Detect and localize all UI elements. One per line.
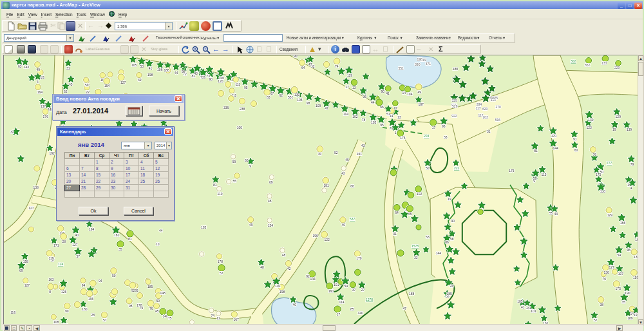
svg-text:127: 127 <box>28 206 34 210</box>
svg-text:76: 76 <box>149 307 153 310</box>
svg-text:45: 45 <box>155 309 159 313</box>
svg-text:53: 53 <box>140 64 144 68</box>
svg-text:122: 122 <box>324 238 330 241</box>
svg-text:64: 64 <box>301 66 305 70</box>
svg-text:19: 19 <box>612 128 616 131</box>
svg-text:90: 90 <box>294 55 298 58</box>
svg-text:59: 59 <box>156 299 160 303</box>
svg-text:55: 55 <box>233 179 237 183</box>
svg-text:11: 11 <box>216 316 220 320</box>
svg-text:126: 126 <box>61 290 67 294</box>
svg-text:371: 371 <box>426 62 431 66</box>
svg-text:90: 90 <box>451 219 455 223</box>
svg-text:59: 59 <box>85 83 89 87</box>
svg-text:127: 127 <box>72 243 78 247</box>
svg-text:31: 31 <box>393 232 397 236</box>
svg-text:69: 69 <box>19 269 23 272</box>
svg-text:49: 49 <box>418 90 422 94</box>
svg-text:78: 78 <box>362 118 366 122</box>
svg-text:329: 329 <box>451 99 457 102</box>
svg-text:123: 123 <box>586 126 592 129</box>
svg-text:74: 74 <box>211 314 214 317</box>
svg-text:124: 124 <box>58 262 64 266</box>
svg-text:81: 81 <box>534 149 538 153</box>
svg-text:516: 516 <box>495 118 501 122</box>
svg-text:90: 90 <box>209 77 213 81</box>
svg-text:98: 98 <box>182 70 185 73</box>
svg-text:8: 8 <box>49 290 51 294</box>
svg-text:24: 24 <box>450 284 454 288</box>
svg-text:14: 14 <box>390 114 393 118</box>
svg-text:66: 66 <box>350 184 354 188</box>
svg-text:33: 33 <box>444 135 448 139</box>
svg-text:108: 108 <box>53 320 59 324</box>
svg-text:50: 50 <box>426 166 430 170</box>
svg-text:95: 95 <box>244 86 248 90</box>
svg-text:127: 127 <box>120 80 126 84</box>
svg-text:76: 76 <box>593 153 597 156</box>
svg-text:57: 57 <box>76 254 80 258</box>
svg-text:101: 101 <box>531 309 536 313</box>
svg-text:30: 30 <box>318 152 322 156</box>
svg-text:138: 138 <box>33 185 39 189</box>
svg-text:43: 43 <box>554 212 558 216</box>
svg-text:154: 154 <box>268 223 274 227</box>
svg-text:163: 163 <box>48 278 54 281</box>
svg-text:133: 133 <box>601 61 607 65</box>
svg-text:64: 64 <box>395 211 399 214</box>
svg-text:62: 62 <box>64 90 68 93</box>
svg-text:166: 166 <box>620 221 626 225</box>
svg-text:551: 551 <box>398 66 404 70</box>
svg-text:181: 181 <box>114 233 120 237</box>
svg-text:67: 67 <box>270 91 274 95</box>
svg-text:90: 90 <box>381 90 384 93</box>
svg-text:4: 4 <box>37 80 39 84</box>
svg-text:190: 190 <box>625 291 630 295</box>
svg-text:111: 111 <box>235 82 240 86</box>
svg-text:144: 144 <box>436 251 442 255</box>
svg-text:49: 49 <box>37 68 41 71</box>
svg-text:94: 94 <box>82 283 86 287</box>
svg-text:44: 44 <box>159 229 163 232</box>
svg-text:175: 175 <box>400 136 406 140</box>
svg-text:37: 37 <box>352 288 356 292</box>
svg-text:222: 222 <box>454 166 460 170</box>
svg-text:105: 105 <box>517 299 523 303</box>
svg-text:33: 33 <box>414 256 418 260</box>
svg-text:62: 62 <box>279 93 283 97</box>
svg-text:537: 537 <box>350 217 355 221</box>
svg-text:110: 110 <box>218 192 223 196</box>
svg-text:302: 302 <box>571 59 576 63</box>
svg-text:196: 196 <box>88 297 94 301</box>
svg-text:144: 144 <box>310 277 316 281</box>
svg-text:116: 116 <box>10 310 15 314</box>
svg-text:98: 98 <box>129 304 133 308</box>
svg-text:57: 57 <box>103 318 107 322</box>
svg-text:175: 175 <box>616 287 621 290</box>
svg-text:107: 107 <box>618 272 624 276</box>
svg-text:53: 53 <box>426 235 430 239</box>
svg-text:105: 105 <box>371 120 377 124</box>
svg-text:198: 198 <box>417 57 422 61</box>
svg-text:144: 144 <box>553 146 558 150</box>
svg-text:91: 91 <box>573 137 577 141</box>
svg-text:60: 60 <box>574 148 578 152</box>
svg-text:79: 79 <box>630 162 634 166</box>
svg-text:19: 19 <box>448 197 451 201</box>
svg-text:17: 17 <box>432 126 436 129</box>
svg-text:180: 180 <box>82 307 88 311</box>
svg-text:189: 189 <box>627 316 633 320</box>
svg-text:96: 96 <box>627 248 631 252</box>
svg-text:27: 27 <box>361 288 365 292</box>
svg-text:48: 48 <box>268 199 272 203</box>
svg-text:196: 196 <box>313 234 319 238</box>
svg-text:43: 43 <box>361 144 365 147</box>
svg-text:170: 170 <box>356 256 362 260</box>
svg-text:13: 13 <box>352 86 356 90</box>
svg-text:170: 170 <box>551 134 557 138</box>
svg-text:192: 192 <box>49 151 55 155</box>
svg-text:42: 42 <box>287 267 291 270</box>
svg-text:127: 127 <box>609 265 615 269</box>
svg-text:81: 81 <box>128 237 132 241</box>
svg-text:28: 28 <box>62 240 66 243</box>
